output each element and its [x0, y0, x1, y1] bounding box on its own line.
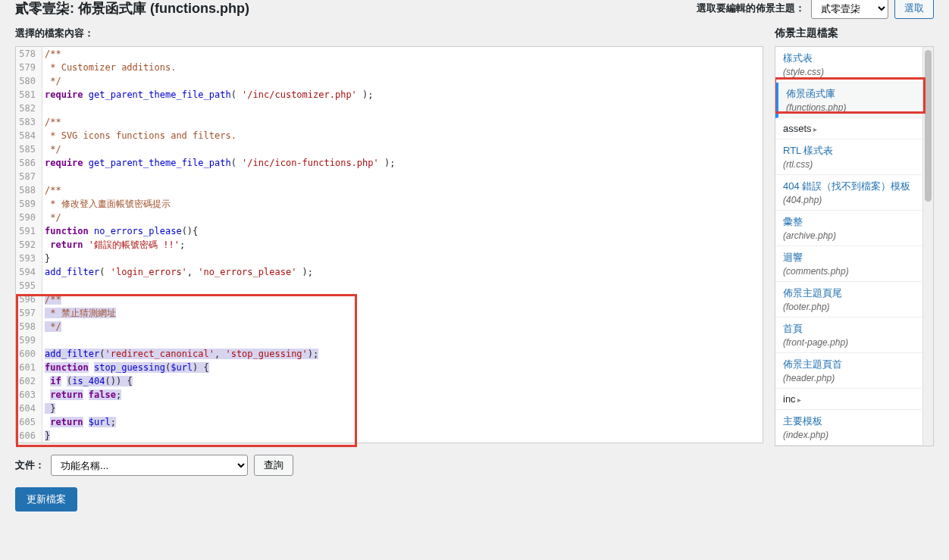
code-line[interactable]: 599: [16, 333, 763, 347]
code-line[interactable]: 597 * 禁止猜測網址: [16, 306, 763, 320]
code-line[interactable]: 598 */: [16, 320, 763, 333]
file-item[interactable]: 佈景主題頁首(header.php): [775, 353, 933, 389]
code-line[interactable]: 582: [16, 102, 763, 115]
file-item[interactable]: 404 錯誤（找不到檔案）模板(404.php): [775, 175, 933, 211]
code-line[interactable]: 591function no_errors_please(){: [16, 224, 763, 238]
code-line[interactable]: 604 }: [16, 402, 763, 415]
code-line[interactable]: 606}: [16, 429, 763, 443]
code-line[interactable]: 586require get_parent_theme_file_path( '…: [16, 156, 763, 170]
file-item[interactable]: 佈景函式庫(functions.php): [775, 83, 933, 118]
file-item[interactable]: 彙整(archive.php): [775, 211, 933, 246]
code-line[interactable]: 579 * Customizer additions.: [16, 61, 763, 74]
code-editor[interactable]: 578/**579 * Customizer additions.580 */5…: [15, 46, 763, 443]
code-line[interactable]: 578/**: [16, 47, 763, 61]
code-line[interactable]: 588/**: [16, 183, 763, 197]
code-line[interactable]: 594add_filter( 'login_errors', 'no_error…: [16, 265, 763, 279]
theme-selector-label: 選取要編輯的佈景主題：: [697, 2, 805, 15]
file-item[interactable]: 首頁(front-page.php): [775, 318, 933, 353]
file-item[interactable]: inc: [775, 389, 933, 410]
select-theme-button[interactable]: 選取: [894, 0, 934, 19]
file-item[interactable]: 主要模板(index.php): [775, 410, 933, 446]
code-line[interactable]: 595: [16, 279, 763, 293]
scrollbar[interactable]: [922, 47, 933, 446]
file-item[interactable]: 佈景主題頁尾(footer.php): [775, 282, 933, 318]
lookup-button[interactable]: 查詢: [254, 455, 293, 476]
file-item[interactable]: 單篇頁面: [775, 446, 933, 446]
file-item[interactable]: 樣式表(style.css): [775, 47, 933, 83]
code-line[interactable]: 592 return '錯誤的帳號密碼 !!';: [16, 238, 763, 252]
theme-file-heading: 貳零壹柒: 佈景函式庫 (functions.php): [15, 0, 249, 17]
code-line[interactable]: 590 */: [16, 211, 763, 224]
documentation-label: 文件：: [15, 458, 45, 472]
code-line[interactable]: 583/**: [16, 115, 763, 129]
file-item[interactable]: RTL 樣式表(rtl.css): [775, 139, 933, 175]
code-line[interactable]: 589 * 修改登入畫面帳號密碼提示: [16, 197, 763, 211]
file-item[interactable]: 迴響(comments.php): [775, 246, 933, 282]
code-line[interactable]: 581require get_parent_theme_file_path( '…: [16, 88, 763, 102]
sidebar-title: 佈景主題檔案: [775, 27, 934, 40]
code-line[interactable]: 605 return $url;: [16, 415, 763, 429]
code-line[interactable]: 584 * SVG icons functions and filters.: [16, 129, 763, 142]
code-line[interactable]: 585 */: [16, 142, 763, 156]
code-line[interactable]: 593}: [16, 252, 763, 265]
update-file-button[interactable]: 更新檔案: [15, 487, 77, 512]
code-line[interactable]: 587: [16, 170, 763, 183]
file-item[interactable]: assets: [775, 118, 933, 139]
theme-select[interactable]: 貳零壹柒: [811, 0, 888, 19]
code-line[interactable]: 596/**: [16, 293, 763, 306]
file-list: 樣式表(style.css)佈景函式庫(functions.php)assets…: [775, 46, 934, 446]
code-line[interactable]: 580 */: [16, 74, 763, 88]
content-subtitle: 選擇的檔案內容：: [15, 27, 763, 40]
code-line[interactable]: 601function stop_guessing($url) {: [16, 361, 763, 374]
code-line[interactable]: 603 return false;: [16, 388, 763, 402]
code-line[interactable]: 602 if (is_404()) {: [16, 374, 763, 388]
code-line[interactable]: 600add_filter('redirect_canonical', 'sto…: [16, 347, 763, 361]
function-name-select[interactable]: 功能名稱...: [51, 455, 248, 476]
